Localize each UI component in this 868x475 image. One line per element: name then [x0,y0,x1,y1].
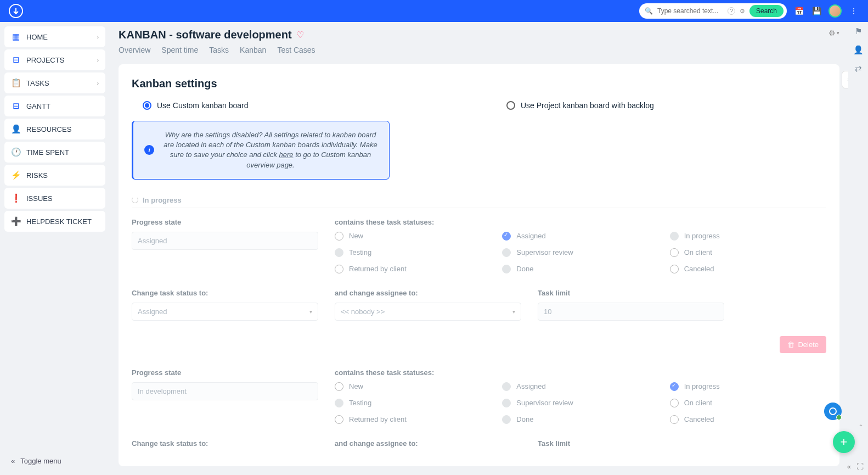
spinner-icon [132,197,138,203]
status-returned[interactable]: Returned by client [335,265,491,273]
tab-overview[interactable]: Overview [119,44,150,55]
check-icon [670,382,679,391]
status-in-progress[interactable]: In progress [670,382,826,391]
sliders-icon[interactable]: ⇄ [855,64,862,74]
status-testing[interactable]: Testing [335,248,491,257]
plus-box-icon: ➕ [11,216,21,226]
radio-custom-board[interactable]: Use Custom kanban board [143,101,463,110]
status-done[interactable]: Done [502,265,658,273]
radio-icon [143,101,151,110]
sidebar-item-label: TASKS [26,79,49,87]
toggle-menu-button[interactable]: «Toggle menu [4,451,105,471]
trash-icon: 🗑 [787,340,794,349]
task-limit-input[interactable] [538,303,724,321]
more-menu-icon[interactable]: ⋮ [848,5,859,16]
sidebar-item-label: HELPDESK TICKET [26,217,92,226]
sidebar-item-label: PROJECTS [26,56,64,64]
progress-state-input[interactable] [132,232,318,250]
status-returned[interactable]: Returned by client [335,415,491,424]
filter-icon[interactable]: ⚙ [740,8,745,15]
svg-point-0 [830,408,836,415]
field-label: Progress state [132,368,318,377]
check-icon [502,232,511,241]
status-on-client[interactable]: On client [670,399,826,407]
sidebar-item-label: HOME [26,33,48,41]
sidebar-item-resources[interactable]: 👤RESOURCES [4,119,105,139]
radio-icon [502,382,511,391]
add-fab[interactable]: + [833,431,855,453]
field-label: Change task status to: [132,439,318,448]
change-status-select[interactable]: Assigned [132,303,318,321]
status-supervisor[interactable]: Supervisor review [502,399,658,407]
search-input[interactable] [657,7,723,15]
status-on-client[interactable]: On client [670,248,826,257]
field-label: Task limit [538,289,724,297]
fullscreen-icon[interactable]: ⛶ [856,462,864,471]
calendar-icon[interactable]: 📅 [793,5,804,16]
status-canceled[interactable]: Canceled [670,415,826,424]
progress-state-input[interactable] [132,382,318,400]
chevron-right-icon: › [97,34,99,40]
app-logo[interactable] [9,4,23,18]
field-label: Progress state [132,218,318,226]
main-content: KANBAN - software development ♡ Overview… [110,22,848,475]
help-icon[interactable]: ? [728,7,735,15]
field-label: and change assignee to: [335,289,521,297]
save-icon[interactable]: 💾 [811,5,822,16]
content-card: ⚙ Kanban settings Use Custom kanban boar… [119,64,839,466]
radio-icon [335,265,343,273]
sidebar-item-home[interactable]: ▦HOME› [4,26,105,47]
bolt-icon: ⚡ [11,170,21,180]
top-header: 🔍 ? ⚙ Search 📅 💾 ⋮ [0,0,868,22]
sidebar-item-gantt[interactable]: ⊟GANTT [4,96,105,116]
alert-icon: ❗ [11,193,21,203]
info-link[interactable]: here [279,150,294,159]
radio-icon [502,265,511,273]
user-search-icon[interactable]: 👤 [853,45,864,55]
field-label: Task limit [538,439,724,448]
heart-icon[interactable]: ♡ [296,30,304,40]
sidebar-item-label: GANTT [26,102,50,110]
collapse-icon[interactable]: « [847,462,851,471]
chat-button[interactable] [824,403,842,420]
status-new[interactable]: New [335,232,491,241]
status-done[interactable]: Done [502,415,658,424]
toggle-menu-label: Toggle menu [20,457,61,465]
sidebar-item-helpdesk[interactable]: ➕HELPDESK TICKET [4,211,105,232]
card-settings-button[interactable]: ⚙ [842,71,848,88]
sidebar-item-label: ISSUES [26,194,53,203]
tab-spent-time[interactable]: Spent time [161,44,198,55]
tab-tasks[interactable]: Tasks [209,44,229,55]
sidebar-item-time-spent[interactable]: 🕐TIME SPENT [4,142,105,163]
status-new[interactable]: New [335,382,491,391]
scroll-up-icon[interactable]: ⌃ [858,423,864,431]
sidebar-item-projects[interactable]: ⊟PROJECTS› [4,49,105,70]
flag-icon[interactable]: ⚑ [855,26,862,36]
search-icon: 🔍 [645,7,653,15]
status-testing[interactable]: Testing [335,399,491,407]
user-avatar[interactable] [828,4,842,18]
tab-test-cases[interactable]: Test Cases [277,44,315,55]
radio-label: Use Project kanban board with backlog [521,101,654,110]
radio-icon [670,399,679,407]
status-supervisor[interactable]: Supervisor review [502,248,658,257]
tab-kanban[interactable]: Kanban [240,44,266,55]
field-label: contains these task statuses: [335,218,826,226]
radio-project-backlog[interactable]: Use Project kanban board with backlog [506,101,826,110]
search-button[interactable]: Search [749,5,784,17]
page-settings-button[interactable]: ⚙ ▾ [828,29,839,37]
page-title: KANBAN - software development [119,29,292,41]
delete-button[interactable]: 🗑Delete [780,336,826,353]
status-in-progress[interactable]: In progress [670,232,826,241]
sidebar-item-issues[interactable]: ❗ISSUES [4,188,105,209]
status-canceled[interactable]: Canceled [670,265,826,273]
status-assigned[interactable]: Assigned [502,232,658,241]
change-assignee-select[interactable]: << nobody >> [335,303,521,321]
tree-icon: ⊟ [11,55,21,65]
sidebar-item-risks[interactable]: ⚡RISKS [4,165,105,186]
sidebar-item-label: RISKS [26,171,48,180]
section-title: Kanban settings [132,77,826,90]
sidebar-item-tasks[interactable]: 📋TASKS› [4,72,105,93]
status-assigned[interactable]: Assigned [502,382,658,391]
radio-icon [506,101,515,110]
